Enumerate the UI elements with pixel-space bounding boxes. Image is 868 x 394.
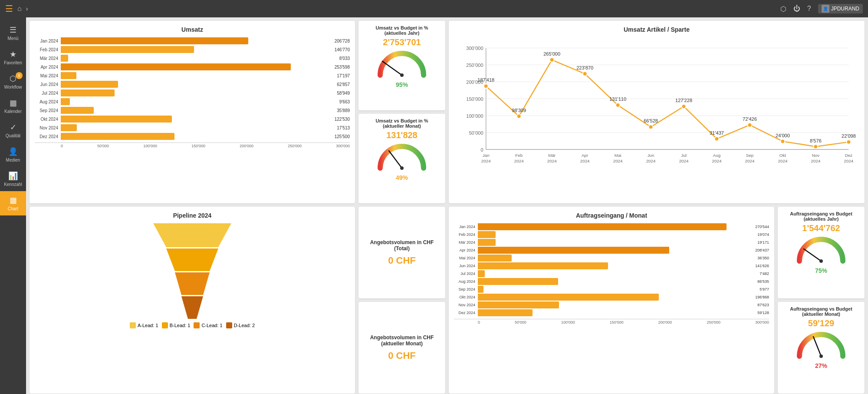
angebots-total-title: Angebotsvolumen in CHF (Total) [364,239,440,252]
sidebar-item-qualitaet[interactable]: ✓ Qualität [0,118,26,142]
star-icon: ★ [10,50,16,59]
bar-track [478,278,756,285]
auftragseingang-gauge-year-value: 1'544'762 [802,223,840,233]
x-axis-label: 50'000 [515,320,526,324]
bar-row: Jun 2024 62'857 [35,81,350,88]
bar-fill [61,133,174,140]
x-axis: 050'000100'000150'000200'000250'000300'0… [35,142,350,148]
sidebar-item-chart[interactable]: ▦ Chart [0,191,26,215]
svg-point-20 [484,84,488,88]
bar-value: 146'770 [333,47,350,52]
bar-row: Dez 2024 59'128 [454,309,769,316]
svg-text:2024: 2024 [778,159,788,163]
bar-label: Jun 2024 [454,264,478,268]
legend-label-a: A-Lead: 1 [138,323,158,328]
sidebar-item-medien[interactable]: 👤 Medien [0,142,26,167]
bar-value: 8'033 [338,56,350,61]
user-menu[interactable]: 👤 JPDURAND [818,4,863,13]
svg-line-74 [813,337,821,356]
bar-label: Nov 2024 [454,303,478,307]
bar-value: 270'544 [753,225,769,229]
sidebar-item-kennzahl[interactable]: 📊 Kennzahl [0,167,26,191]
svg-marker-70 [175,272,210,295]
bar-row: Okt 2024 122'530 [35,116,350,123]
gauge-month-panel: Umsatz vs Budget in % (aktueller Monat) … [358,114,445,203]
bar-label: Sep 2024 [454,287,478,291]
bar-fill [61,72,76,79]
bar-row: Okt 2024 196'868 [454,294,769,301]
bar-fill [478,239,496,246]
svg-text:Mär: Mär [548,153,556,158]
sidebar-item-menu[interactable]: ☰ Menü [0,21,26,45]
bar-label: Mär 2024 [454,240,478,245]
bar-row: Mai 2024 17'197 [35,72,350,79]
x-axis-label: 0 [61,144,63,148]
angebots-month-panel: Angebotsvolumen in CHF (aktueller Monat)… [358,302,445,394]
bar-label: Okt 2024 [35,117,61,122]
svg-text:2024: 2024 [712,159,722,163]
external-link-icon[interactable]: ⬡ [780,5,786,13]
bar-row: Mai 2024 36'350 [454,255,769,262]
sidebar-item-kalender[interactable]: ▦ Kalender [0,94,26,118]
hamburger-icon[interactable]: ☰ [5,3,13,14]
sidebar-item-workflow[interactable]: 8 ⬡ Workflow [0,70,26,94]
svg-text:Aug: Aug [713,153,721,158]
auftragseingang-gauge-year-title: Auftragseingang vs Budget (aktuelles Jah… [782,211,860,222]
svg-text:22'098: 22'098 [842,133,856,139]
bar-value: 59'128 [756,311,769,315]
bar-track [61,63,333,70]
svg-line-0 [382,61,402,75]
bar-label: Jan 2024 [35,39,61,43]
bar-label: Dez 2024 [35,134,61,139]
funnel-svg [136,223,249,319]
bar-fill [478,301,559,308]
auftragseingang-gauge-month-pct: 27% [815,362,827,369]
svg-text:300’000: 300’000 [466,46,483,51]
bar-fill [61,107,94,114]
bar-fill [478,286,483,293]
home-icon[interactable]: ⌂ [17,5,22,13]
legend-color-b [162,322,168,328]
svg-text:100’000: 100’000 [466,113,483,119]
svg-text:Dez: Dez [845,153,853,158]
help-icon[interactable]: ? [807,5,811,13]
svg-point-21 [517,114,521,119]
bar-fill [478,278,558,285]
svg-text:2024: 2024 [679,159,689,163]
artikel-title: Umsatz Artikel / Sparte [454,26,859,33]
svg-text:Mai: Mai [615,153,621,158]
sidebar-item-favoriten[interactable]: ★ Favoriten [0,45,26,70]
bar-fill [478,309,533,316]
dashboard-grid: Umsatz Jan 2024 206'728 Feb 2024 146'770… [30,21,865,394]
bar-row: Apr 2024 208'437 [454,247,769,254]
bar-row: Nov 2024 87'623 [454,301,769,308]
bar-value: 122'530 [333,117,350,122]
auftragseingang-gauge-month-svg [795,330,847,361]
bar-row: Mär 2024 19'171 [454,239,769,246]
bar-label: Jul 2024 [454,271,478,276]
auftragseingang-gauge-month-value: 59'129 [808,318,834,328]
svg-text:98'309: 98'309 [512,108,526,113]
power-icon[interactable]: ⏻ [793,5,800,13]
svg-text:2024: 2024 [580,159,590,163]
bar-track [478,247,753,254]
gauge-year-panel: Umsatz vs Budget in % (aktuelles Jahr) 2… [358,21,445,110]
workflow-badge: 8 [16,72,23,79]
bar-row: Feb 2024 19'074 [454,231,769,238]
umsatz-panel: Umsatz Jan 2024 206'728 Feb 2024 146'770… [30,21,355,203]
bar-label: Feb 2024 [35,47,61,52]
svg-point-3 [400,166,404,170]
bar-track [61,89,335,96]
svg-text:Sep: Sep [746,153,754,158]
gauge-year-title: Umsatz vs Budget in % (aktuelles Jahr) [375,25,428,36]
svg-text:265'000: 265'000 [543,51,560,56]
svg-text:Nov: Nov [812,153,820,158]
username-label: JPDURAND [831,6,859,12]
topbar-left: ☰ ⌂ › [5,3,28,14]
angebots-total-panel: Angebotsvolumen in CHF (Total) 0 CHF [358,207,445,298]
svg-point-24 [616,103,620,107]
topbar: ☰ ⌂ › ⬡ ⏻ ? 👤 JPDURAND [0,0,868,17]
bar-track [478,231,756,238]
bar-row: Sep 2024 35'889 [35,107,350,114]
sidebar-label-kennzahl: Kennzahl [4,182,22,187]
